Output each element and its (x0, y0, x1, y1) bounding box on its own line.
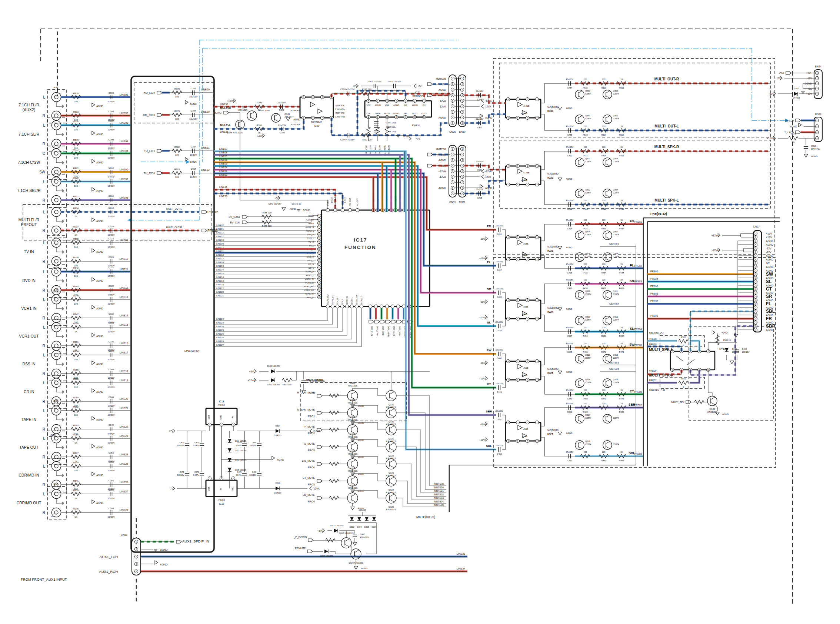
ref-label: D318 (275, 482, 280, 484)
plug-icon (308, 539, 313, 542)
pin-number: 51 (318, 252, 321, 254)
net-label: MULTI_OUT-L (166, 207, 182, 210)
rail-label: +5VD (721, 331, 728, 334)
relay-body (670, 351, 715, 370)
ref-label: C397 100p (386, 122, 396, 124)
agnd-label: AGND (566, 178, 573, 180)
net-label: PRE08 (634, 453, 642, 455)
pin-label: SBR (766, 323, 775, 329)
jack-pin-label: L (43, 464, 45, 468)
gain-label: +14dB (521, 179, 527, 181)
value-label: 33 (620, 402, 623, 405)
agnd-icon (354, 566, 358, 569)
ref-label: Q317 (585, 414, 590, 416)
ref-label: C394 47u/25V (341, 139, 354, 141)
ref-label: C343 (108, 378, 114, 380)
ref-label: R338 (73, 238, 79, 240)
pin-number: 12 (754, 273, 757, 275)
part-label: 78L06 (218, 404, 225, 406)
net-label: LINE13 (216, 280, 224, 282)
capacitor-icon (498, 324, 500, 328)
ref-label: CN63 (121, 534, 127, 536)
ref-label: Q349 (284, 113, 290, 115)
agnd-icon (92, 500, 95, 504)
rca-jack-icon (52, 453, 61, 462)
net-label: PRE03 (634, 280, 642, 283)
jack-pin-label: SW (39, 170, 46, 174)
agnd-label: AGND (96, 280, 103, 282)
value-label: 33 (620, 78, 623, 80)
value-label: 33 (620, 125, 623, 127)
ref-label: R395 47K (291, 124, 301, 126)
pin-number: 13 (754, 277, 757, 279)
ref-label: C351 (108, 433, 114, 436)
ref-label: Q306 (585, 252, 590, 255)
diode-icon (276, 487, 279, 490)
pin-label: CDR_LO (361, 295, 362, 304)
wire (250, 117, 254, 119)
rca-jack-pin (54, 492, 58, 496)
pin-label: -12V (766, 251, 772, 253)
jack-pin-label: L (43, 409, 45, 413)
ref-label: RY11 (719, 348, 726, 350)
wire (354, 550, 359, 553)
ref-label: C340 (108, 368, 114, 371)
capacitor-icon (257, 474, 262, 476)
value-label: 220 (602, 279, 605, 281)
ref-label: C360 (108, 507, 114, 510)
net-label: LINE11 (120, 268, 128, 270)
jack-pin-label: R (43, 483, 45, 487)
value-label: 22u/16V (476, 90, 484, 92)
capacitor-icon (242, 444, 247, 446)
wire (606, 190, 610, 192)
net-label: LINE24 (216, 318, 224, 320)
signal-label: SW_MUTE (302, 459, 315, 462)
rca-jack-pin (54, 427, 58, 431)
ref-label: C323 (108, 238, 114, 240)
wire (715, 405, 717, 411)
net-label: LINE30 (216, 325, 224, 327)
ref-label: C472 (194, 441, 199, 443)
pin-circle (369, 305, 372, 308)
pin-label: MUTE00 (436, 148, 446, 150)
wire (215, 308, 357, 343)
wire (578, 96, 582, 98)
wire (330, 551, 351, 554)
pin-label: AGND (766, 266, 773, 268)
ref-label: R350 (73, 322, 79, 324)
rail-label: +12V (769, 93, 774, 95)
part-label: C2874 (613, 233, 619, 236)
value-label: 220 (602, 389, 605, 391)
net-label: LINE23 (216, 322, 224, 324)
ref-label: D317 (275, 425, 280, 427)
prfout-box (23, 205, 212, 240)
ref-label: C355 (108, 461, 114, 463)
net-label: LINE08 (219, 151, 227, 154)
part-label: C2874 (585, 117, 591, 120)
pin-label: DSP_SWIN (387, 326, 390, 337)
transistor-icon (603, 189, 612, 198)
agnd-label: AGND (566, 308, 573, 310)
pin-label: TAPE_LO (331, 295, 334, 304)
pin-label: +12VA (438, 170, 446, 173)
wire (578, 317, 582, 319)
ref-label: JK35 (53, 289, 58, 291)
rca-jack-pin (54, 151, 58, 155)
plug-icon (157, 171, 162, 175)
transistor-icon (603, 379, 612, 388)
ref-label: C416 (497, 233, 501, 235)
pin-number: 26 (754, 325, 757, 327)
wire (606, 237, 610, 239)
ref-label: D314 1SS355 (235, 459, 246, 461)
plug-icon (157, 113, 162, 116)
ref-label: Q353 (613, 90, 618, 92)
agnd-label: AGND (811, 155, 818, 158)
signal-label: S_MUTE (304, 442, 315, 445)
value-label: 1K (74, 234, 77, 236)
wire (606, 259, 610, 261)
agnd-icon (730, 361, 734, 364)
value-label: 220 (583, 125, 587, 127)
agnd-label: AGND (96, 133, 103, 136)
ref-label: R382 (174, 146, 180, 148)
net-label: LINE20 (216, 261, 224, 263)
